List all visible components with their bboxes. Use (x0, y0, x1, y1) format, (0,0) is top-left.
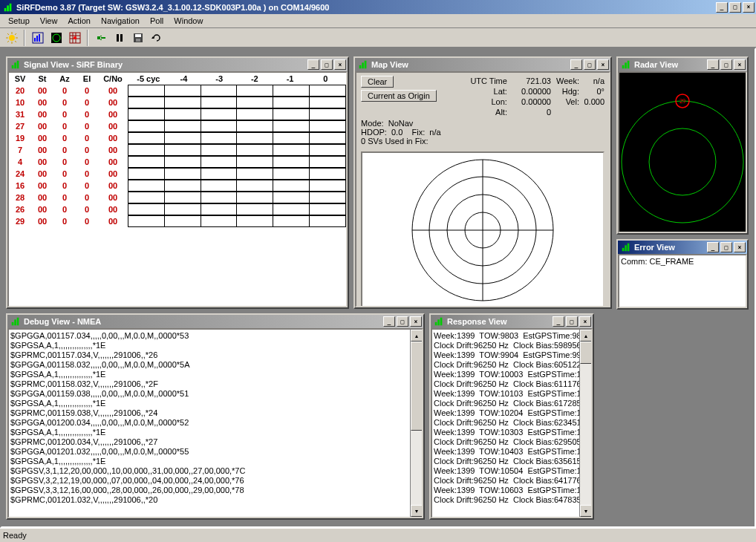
child-max-button[interactable]: □ (720, 59, 732, 70)
map-view-title: Map View (371, 60, 569, 69)
menu-navigation[interactable]: Navigation (96, 15, 145, 27)
child-close-button[interactable]: × (334, 59, 346, 70)
child-max-button[interactable]: □ (321, 59, 333, 70)
signal-cell-st: 00 (31, 85, 53, 97)
clear-button[interactable]: Clear (361, 76, 394, 88)
svg-line-8 (7, 33, 9, 35)
signal-cell-el: 0 (76, 215, 98, 227)
signal-cell-el: 0 (76, 180, 98, 192)
response-view-titlebar[interactable]: Response View _ □ × (431, 315, 593, 328)
signal-cell-az: 0 (53, 156, 76, 168)
circle-icon[interactable] (48, 30, 65, 46)
menu-action[interactable]: Action (62, 15, 96, 27)
current-as-origin-button[interactable]: Current as Origin (361, 90, 437, 102)
scroll-thumb[interactable] (580, 342, 592, 364)
signal-cell-sv: 26 (9, 203, 31, 215)
signal-view-body: SVStAzElC/No-5 cyc-4-3-2-102000000010000… (7, 71, 348, 307)
signal-view-titlebar[interactable]: Signal View - SiRF Binary _ □ × (7, 58, 348, 71)
error-text[interactable]: Comm: CE_FRAME (619, 255, 746, 268)
signal-cell-st: 00 (31, 215, 53, 227)
menu-poll[interactable]: Poll (145, 15, 169, 27)
debug-scrollbar[interactable]: ▲ ▼ (410, 330, 422, 517)
map-view-titlebar[interactable]: Map View _ □ × (355, 58, 610, 71)
signal-cell-st: 00 (31, 108, 53, 120)
signal-cell-cno: 00 (98, 132, 128, 144)
signal-cell-st: 00 (31, 132, 53, 144)
svg-rect-50 (622, 248, 625, 251)
response-scrollbar[interactable]: ▲ ▼ (579, 330, 591, 517)
window-icon (10, 59, 22, 71)
signal-cell-sv: 28 (9, 192, 31, 203)
debug-view-title: Debug View - NMEA (24, 317, 382, 326)
pause-icon[interactable] (111, 30, 128, 46)
scroll-thumb[interactable] (411, 342, 423, 431)
signal-cell-el: 0 (76, 168, 98, 180)
response-text[interactable]: Week:1399 TOW:9803 EstGPSTime:98 Clock D… (432, 330, 591, 506)
child-close-button[interactable]: × (734, 59, 746, 70)
window-icon (357, 59, 369, 71)
child-max-button[interactable]: □ (566, 316, 578, 327)
svg-rect-36 (362, 62, 364, 68)
signal-row: 16000000 (9, 180, 346, 192)
signal-cell-sv: 20 (9, 85, 31, 97)
child-close-button[interactable]: × (734, 242, 746, 252)
child-min-button[interactable]: _ (707, 59, 719, 70)
bars-icon[interactable] (29, 30, 46, 46)
svs-used-label: 0 SVs Used in Fix: (361, 137, 605, 146)
mode-value: NoNav (388, 119, 414, 128)
scroll-up-icon[interactable]: ▲ (411, 330, 423, 342)
grid-icon[interactable] (66, 30, 83, 46)
plug-icon[interactable] (92, 30, 109, 46)
debug-text[interactable]: $GPGGA,001157.034,,,,,0,00,,,M,0.0,M,,00… (9, 330, 422, 506)
child-min-button[interactable]: _ (707, 242, 719, 252)
child-close-button[interactable]: × (597, 59, 609, 70)
signal-cell-az: 0 (53, 192, 76, 203)
signal-cell-az: 0 (53, 180, 76, 192)
signal-row: 20000000 (9, 85, 346, 97)
svg-rect-56 (435, 322, 437, 325)
signal-cell-el: 0 (76, 97, 98, 108)
child-min-button[interactable]: _ (570, 59, 582, 70)
disk-icon[interactable] (129, 30, 146, 46)
signal-cell-cno: 00 (98, 120, 128, 132)
child-min-button[interactable]: _ (553, 316, 564, 327)
sun-icon[interactable] (3, 30, 20, 46)
signal-cell-cno: 00 (98, 97, 128, 108)
signal-cell-az: 0 (53, 108, 76, 120)
signal-cell-sv: 19 (9, 132, 31, 144)
error-view-titlebar[interactable]: Error View _ □ × (618, 241, 747, 254)
scroll-down-icon[interactable]: ▼ (411, 505, 423, 517)
child-max-button[interactable]: □ (397, 316, 408, 327)
signal-cell-az: 0 (53, 203, 76, 215)
child-close-button[interactable]: × (579, 316, 591, 327)
app-icon (2, 1, 14, 13)
maximize-button[interactable]: □ (729, 2, 741, 13)
debug-view-titlebar[interactable]: Debug View - NMEA _ □ × (7, 315, 423, 328)
svg-rect-44 (622, 65, 625, 68)
scroll-down-icon[interactable]: ▼ (580, 505, 592, 517)
signal-cell-cno: 00 (98, 192, 128, 203)
menu-window[interactable]: Window (169, 15, 208, 27)
signal-cell-st: 00 (31, 203, 53, 215)
signal-cell-el: 0 (76, 203, 98, 215)
svg-rect-37 (365, 61, 367, 69)
loop-icon[interactable] (148, 30, 165, 46)
child-max-button[interactable]: □ (584, 59, 596, 70)
fix-label: Fix: (412, 128, 426, 137)
signal-bar-cell (128, 132, 346, 144)
child-min-button[interactable]: _ (383, 316, 395, 327)
child-max-button[interactable]: □ (720, 242, 732, 252)
child-close-button[interactable]: × (410, 316, 422, 327)
close-button[interactable]: × (743, 2, 755, 13)
menubar: Setup View Action Navigation Poll Window (0, 14, 756, 28)
signal-cell-cno: 00 (98, 180, 128, 192)
child-min-button[interactable]: _ (307, 59, 319, 70)
svg-point-3 (9, 35, 15, 41)
menu-setup[interactable]: Setup (3, 15, 35, 27)
hdop-value: 0.0 (391, 128, 403, 137)
scroll-up-icon[interactable]: ▲ (580, 330, 592, 342)
menu-view[interactable]: View (35, 15, 63, 27)
minimize-button[interactable]: _ (716, 2, 728, 13)
signal-cell-sv: 27 (9, 120, 31, 132)
radar-view-titlebar[interactable]: Radar View _ □ × (618, 58, 747, 71)
